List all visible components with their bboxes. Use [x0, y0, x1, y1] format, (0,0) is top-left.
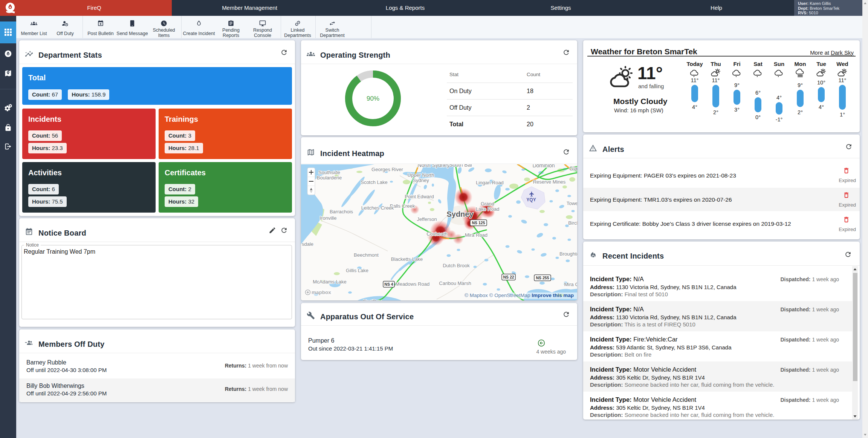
svg-text:EastBay: EastBay — [363, 299, 382, 300]
svg-text:Dominion: Dominion — [532, 164, 555, 168]
svg-text:NS 22: NS 22 — [503, 275, 514, 279]
svg-text:Coxheath: Coxheath — [426, 231, 448, 237]
svg-text:Boularderie: Boularderie — [317, 175, 342, 181]
svg-text:Tower: Tower — [567, 201, 577, 206]
svg-text:Mira Road: Mira Road — [465, 232, 487, 238]
svg-text:Scotch Lake: Scotch Lake — [361, 179, 388, 185]
svg-text:mapbox: mapbox — [312, 289, 331, 295]
svg-text:Sydney: Sydney — [446, 210, 474, 218]
svg-text:NS 125: NS 125 — [472, 221, 485, 225]
svg-text:Point Edward: Point Edward — [405, 194, 434, 199]
svg-text:Upper North: Upper North — [408, 172, 434, 178]
svg-text:McAdams Lake: McAdams Lake — [313, 279, 347, 285]
svg-text:Georges River: Georges River — [371, 167, 403, 172]
svg-text:Leitches Creek: Leitches Creek — [361, 205, 394, 211]
svg-text:South Bar: South Bar — [449, 164, 473, 168]
svg-text:Reserve Mines: Reserve Mines — [533, 179, 566, 185]
svg-text:Jefferson: Jefferson — [417, 216, 437, 222]
svg-text:sdale: sdale — [302, 241, 313, 247]
svg-text:Broughton: Broughton — [559, 251, 577, 257]
svg-text:Caribou Marsh: Caribou Marsh — [439, 280, 471, 286]
svg-text:Dutch Brook: Dutch Brook — [443, 263, 470, 268]
svg-text:North Sydney: North Sydney — [418, 164, 450, 168]
svg-text:Southside: Southside — [318, 170, 340, 175]
svg-text:90%: 90% — [367, 95, 379, 102]
svg-text:NS 255: NS 255 — [536, 276, 549, 280]
svg-text:Birch: Birch — [568, 220, 577, 226]
svg-text:Meadows Road: Meadows Road — [396, 281, 429, 287]
svg-text:Sydney: Sydney — [413, 178, 429, 183]
svg-text:Ironville: Ironville — [320, 215, 337, 221]
svg-text:NS 4: NS 4 — [384, 282, 393, 286]
svg-text:YQY: YQY — [526, 197, 536, 202]
svg-text:Beechmont: Beechmont — [354, 252, 379, 258]
svg-text:Mira G: Mira G — [564, 282, 578, 287]
svg-text:Glace: Glace — [569, 165, 577, 172]
svg-text:Lingan Road: Lingan Road — [476, 180, 504, 185]
svg-text:Gillis Lake: Gillis Lake — [346, 268, 368, 273]
svg-text:Grand: Grand — [481, 201, 494, 207]
svg-text:Barrachois: Barrachois — [330, 209, 353, 214]
svg-text:© Mapbox © OpenStreetMap Impro: © Mapbox © OpenStreetMap Improve this ma… — [465, 293, 574, 298]
svg-text:Lake Road: Lake Road — [476, 206, 500, 212]
svg-text:Blacketts Lake: Blacketts Lake — [391, 256, 423, 262]
